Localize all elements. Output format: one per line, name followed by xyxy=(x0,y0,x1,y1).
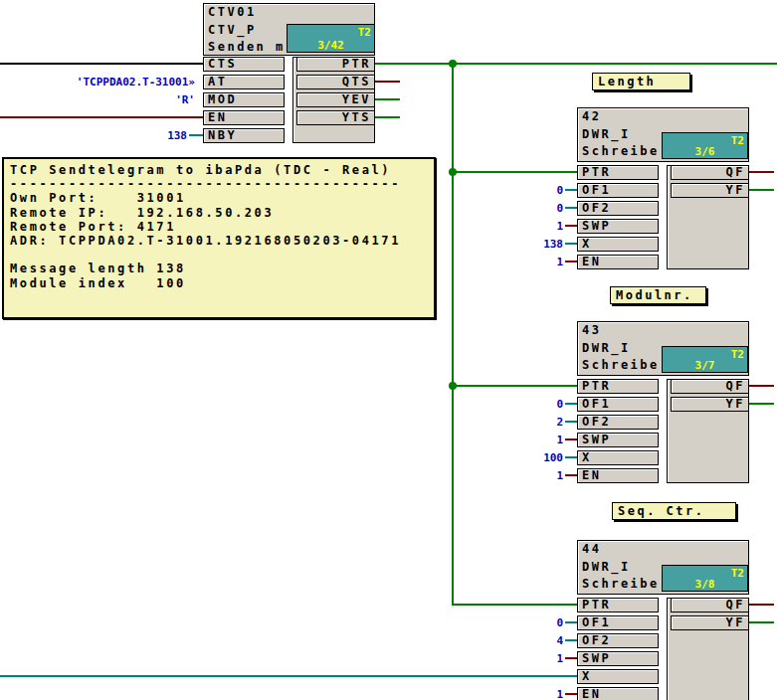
input-pin-X[interactable]: X xyxy=(577,669,659,684)
wire-stub-YF[interactable] xyxy=(749,403,774,405)
wire-stub-QTS[interactable] xyxy=(375,81,400,83)
wire-stub-EN[interactable] xyxy=(565,474,577,476)
pin-value-NBY[interactable]: 138 xyxy=(38,129,187,142)
wire-ptr-branch-43[interactable] xyxy=(453,385,577,387)
cfc-chart-canvas: TCP Sendtelegram to ibaPda (TDC - Real) … xyxy=(0,0,777,700)
wire-stub-QF[interactable] xyxy=(749,385,774,387)
pin-value-SWP[interactable]: 1 xyxy=(414,220,563,233)
input-pin-EN[interactable]: EN xyxy=(577,687,659,700)
task-badge[interactable]: T23/6 xyxy=(662,132,748,159)
wire-stub-QF[interactable] xyxy=(749,604,774,606)
input-pin-X[interactable]: X xyxy=(577,450,659,465)
task-badge[interactable]: T23/7 xyxy=(662,346,748,373)
output-pin-PTR[interactable]: PTR xyxy=(296,57,375,72)
wire-stub-OF2[interactable] xyxy=(565,639,577,641)
connector-tag-length[interactable]: Length xyxy=(592,73,690,90)
output-pin-QF[interactable]: QF xyxy=(671,379,749,394)
input-pin-OF1[interactable]: OF1 xyxy=(577,183,659,198)
input-pin-NBY[interactable]: NBY xyxy=(203,128,285,143)
wire-stub-SWP[interactable] xyxy=(565,657,577,659)
input-pin-EN[interactable]: EN xyxy=(577,255,659,269)
pin-value-OF1[interactable]: 0 xyxy=(414,398,563,411)
pin-value-EN[interactable]: 1 xyxy=(414,256,563,268)
wire-stub-YF[interactable] xyxy=(749,621,774,623)
output-pin-YTS[interactable]: YTS xyxy=(296,110,375,125)
wire-stub-OF2[interactable] xyxy=(565,421,577,423)
output-pin-YF[interactable]: YF xyxy=(671,397,749,412)
input-pin-AT[interactable]: AT xyxy=(203,75,285,89)
wire-stub-SWP[interactable] xyxy=(565,225,577,227)
wire-stub-OF1[interactable] xyxy=(565,403,577,405)
pin-value-OF2[interactable]: 2 xyxy=(414,416,563,429)
connector-tag-seq-ctr[interactable]: Seq. Ctr. xyxy=(612,502,736,520)
wire-en-input[interactable] xyxy=(0,116,203,118)
input-pin-PTR[interactable]: PTR xyxy=(577,165,659,180)
input-pin-SWP[interactable]: SWP xyxy=(577,433,659,447)
input-pin-OF2[interactable]: OF2 xyxy=(577,201,659,216)
wire-stub-YEV[interactable] xyxy=(375,98,400,100)
block-body-42[interactable] xyxy=(667,165,749,269)
wire-junction xyxy=(449,60,457,68)
run-order: 3/8 xyxy=(663,578,747,591)
output-pin-QTS[interactable]: QTS xyxy=(296,75,375,89)
wire-ptr-main[interactable] xyxy=(375,63,777,65)
wire-ptr-vertical[interactable] xyxy=(452,63,454,606)
output-pin-QF[interactable]: QF xyxy=(671,165,749,180)
pin-value-AT[interactable]: 'TCPPDA02.T-31001» xyxy=(46,76,195,88)
comment-box[interactable]: TCP Sendtelegram to ibaPda (TDC - Real) … xyxy=(2,157,436,319)
pin-value-OF1[interactable]: 0 xyxy=(414,616,563,629)
input-pin-PTR[interactable]: PTR xyxy=(577,379,659,394)
run-order: 3/42 xyxy=(288,39,374,52)
wire-stub-YTS[interactable] xyxy=(375,116,400,118)
wire-ptr-branch-44[interactable] xyxy=(453,604,577,606)
input-pin-MOD[interactable]: MOD xyxy=(203,92,285,107)
pin-value-MOD[interactable]: 'R' xyxy=(46,93,195,106)
wire-stub-EN[interactable] xyxy=(565,261,577,262)
output-pin-QF[interactable]: QF xyxy=(671,598,749,612)
wire-stub-YF[interactable] xyxy=(749,189,774,191)
wire-stub-X[interactable] xyxy=(565,243,577,245)
task-badge[interactable]: T23/42 xyxy=(287,24,375,53)
block-name: CTV01 xyxy=(204,4,374,22)
wire-stub-EN[interactable] xyxy=(565,693,577,695)
block-name: 42 xyxy=(578,108,748,126)
pin-value-X[interactable]: 138 xyxy=(414,238,563,251)
task-badge[interactable]: T23/8 xyxy=(662,565,748,592)
input-pin-SWP[interactable]: SWP xyxy=(577,219,659,234)
input-pin-OF1[interactable]: OF1 xyxy=(577,397,659,412)
pin-value-OF2[interactable]: 0 xyxy=(414,202,563,215)
wire-stub-OF2[interactable] xyxy=(565,207,577,209)
block-body-44[interactable] xyxy=(667,598,749,700)
input-pin-SWP[interactable]: SWP xyxy=(577,651,659,666)
wire-junction xyxy=(449,168,457,176)
wire-cts-input[interactable] xyxy=(0,63,203,65)
input-pin-OF2[interactable]: OF2 xyxy=(577,633,659,648)
pin-value-X[interactable]: 100 xyxy=(414,451,563,464)
input-pin-EN[interactable]: EN xyxy=(203,110,285,125)
output-pin-YF[interactable]: YF xyxy=(671,183,749,198)
output-pin-YEV[interactable]: YEV xyxy=(296,92,375,107)
input-pin-PTR[interactable]: PTR xyxy=(577,598,659,612)
wire-stub-X[interactable] xyxy=(565,456,577,458)
pin-value-EN[interactable]: 1 xyxy=(414,469,563,482)
pin-value-OF1[interactable]: 0 xyxy=(414,184,563,197)
pin-value-SWP[interactable]: 1 xyxy=(414,434,563,446)
wire-stub-QF[interactable] xyxy=(749,171,774,173)
input-pin-OF1[interactable]: OF1 xyxy=(577,615,659,630)
input-pin-OF2[interactable]: OF2 xyxy=(577,415,659,430)
block-body-43[interactable] xyxy=(667,379,749,483)
input-pin-CTS[interactable]: CTS xyxy=(203,57,285,72)
wire-stub-SWP[interactable] xyxy=(565,438,577,440)
input-pin-X[interactable]: X xyxy=(577,237,659,252)
output-pin-YF[interactable]: YF xyxy=(671,615,749,630)
wire-stub-OF1[interactable] xyxy=(565,621,577,623)
wire-stub-NBY[interactable] xyxy=(189,134,203,136)
pin-value-EN[interactable]: 1 xyxy=(414,688,563,700)
input-pin-EN[interactable]: EN xyxy=(577,468,659,483)
wire-stub-OF1[interactable] xyxy=(565,189,577,191)
pin-value-OF2[interactable]: 4 xyxy=(414,634,563,647)
wire-ptr-branch-42[interactable] xyxy=(453,171,577,173)
pin-value-SWP[interactable]: 1 xyxy=(414,652,563,665)
connector-tag-modulnr[interactable]: Modulnr. xyxy=(610,286,706,304)
wire-block44-x-input[interactable] xyxy=(0,675,577,677)
